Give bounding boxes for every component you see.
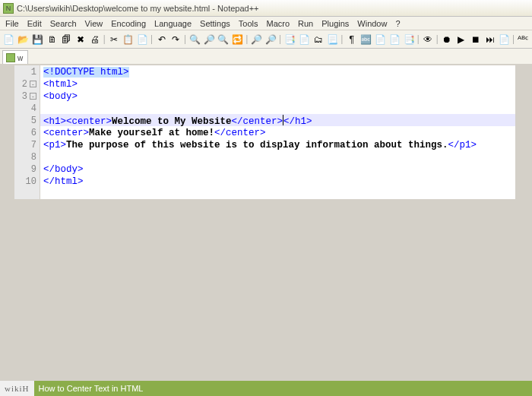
line-number: 5 <box>14 115 36 127</box>
line-number: 3- <box>14 90 36 103</box>
menu-item-run[interactable]: Run <box>294 18 317 29</box>
toolbar-button[interactable]: 📄 <box>2 33 16 46</box>
toolbar-button[interactable]: ↷ <box>169 33 182 46</box>
line-number: 6 <box>14 127 36 139</box>
toolbar-button[interactable]: 🖨 <box>88 33 102 46</box>
code-line[interactable] <box>43 103 512 115</box>
toolbar-separator: │ <box>103 33 106 46</box>
toolbar-button[interactable]: ⏺ <box>440 33 454 46</box>
title-bar: N C:\Users\wikih\Desktop\welcome to my w… <box>0 0 532 17</box>
menu-item-plugins[interactable]: Plugins <box>318 18 353 29</box>
menu-item-macro[interactable]: Macro <box>262 18 293 29</box>
editor-panel: 12-3-45678910 <!DOCTYPE html><html><body… <box>14 65 516 200</box>
menu-item-edit[interactable]: Edit <box>24 18 46 29</box>
code-line[interactable]: </body> <box>43 163 512 176</box>
toolbar-button[interactable]: 🔎 <box>264 33 278 46</box>
toolbar-button[interactable]: ¶ <box>345 33 359 46</box>
code-token: <body> <box>43 91 78 102</box>
toolbar-button[interactable]: 🗂 <box>312 33 325 46</box>
toolbar-button[interactable]: 🔎 <box>250 33 264 46</box>
code-line[interactable]: <body> <box>43 90 512 103</box>
toolbar-button[interactable]: 💾 <box>31 33 45 46</box>
menu-item-settings[interactable]: Settings <box>196 18 234 29</box>
toolbar-button[interactable]: ✂ <box>107 33 121 46</box>
toolbar-button[interactable]: 📄 <box>374 33 388 46</box>
toolbar-separator: │ <box>340 33 344 46</box>
menu-item-language[interactable]: Language <box>150 18 195 29</box>
toolbar-button[interactable]: 📄 <box>136 33 150 46</box>
code-line[interactable] <box>43 151 512 163</box>
toolbar-button[interactable]: 🔁 <box>231 33 245 46</box>
menu-item-view[interactable]: View <box>81 18 107 29</box>
toolbar-button[interactable]: 🔎 <box>202 33 216 46</box>
toolbar: 📄📂💾🗎🗐✖🖨│✂📋📄│↶↷│🔍🔎🔍🔁│🔎🔎│📑📄🗂📃│¶🔤📄📄📑│👁│⏺▶⏹⏭… <box>0 30 532 49</box>
toolbar-button[interactable]: 📄 <box>297 33 311 46</box>
code-area[interactable]: <!DOCTYPE html><html><body><h1><center>W… <box>40 65 515 199</box>
code-token: </html> <box>43 176 84 187</box>
code-token: <h1><center> <box>43 116 112 127</box>
toolbar-button[interactable]: 📂 <box>17 33 30 46</box>
code-line[interactable]: <html> <box>43 78 512 90</box>
menu-bar: FileEditSearchViewEncodingLanguageSettin… <box>0 17 532 30</box>
toolbar-button[interactable]: ▶ <box>454 33 468 46</box>
toolbar-separator: │ <box>150 33 154 46</box>
line-number: 10 <box>14 176 36 188</box>
toolbar-button[interactable]: 📋 <box>122 33 135 46</box>
window-title: C:\Users\wikih\Desktop\welcome to my web… <box>17 4 259 13</box>
menu-item-window[interactable]: Window <box>353 18 391 29</box>
menu-item-search[interactable]: Search <box>46 18 81 29</box>
code-token: </h1> <box>283 116 312 127</box>
code-token: </body> <box>43 164 84 175</box>
fold-icon[interactable]: - <box>30 93 36 100</box>
code-token: Welcome to My Website <box>112 116 232 127</box>
code-token: </p1> <box>448 140 477 150</box>
tab-bar: w <box>0 49 532 64</box>
menu-item-tools[interactable]: Tools <box>235 18 262 29</box>
code-token: <center> <box>43 128 89 138</box>
code-token: The purpose of this website is to displa… <box>66 140 448 150</box>
line-number: 8 <box>14 151 36 163</box>
toolbar-separator: │ <box>416 33 420 46</box>
toolbar-button[interactable]: ⏹ <box>469 33 483 46</box>
highlight-box: 12-3-45678910 <!DOCTYPE html><html><body… <box>14 65 516 200</box>
toolbar-button[interactable]: 🔍 <box>188 33 201 46</box>
file-icon <box>6 53 15 62</box>
toolbar-button[interactable]: 📄 <box>498 33 511 46</box>
code-line[interactable]: </html> <box>43 176 512 188</box>
footer-caption: How to Center Text in HTML <box>34 384 144 393</box>
toolbar-button[interactable]: ✖ <box>74 33 87 46</box>
toolbar-button[interactable]: 📄 <box>388 33 401 46</box>
fold-icon[interactable]: - <box>30 81 36 87</box>
toolbar-button[interactable]: 🗎 <box>46 33 59 46</box>
line-number: 9 <box>14 163 36 176</box>
code-token: </center> <box>214 128 266 138</box>
toolbar-button[interactable]: 👁 <box>421 33 435 46</box>
toolbar-separator: │ <box>183 33 187 46</box>
code-token: <!DOCTYPE html> <box>43 67 129 78</box>
code-token: <html> <box>43 79 78 90</box>
menu-item-file[interactable]: File <box>2 18 23 29</box>
toolbar-button[interactable]: 📃 <box>326 33 340 46</box>
toolbar-button[interactable]: 🗐 <box>59 33 73 46</box>
tab-label: w <box>17 54 23 62</box>
code-line[interactable]: <center>Make yourself at home!</center> <box>43 127 512 139</box>
toolbar-button[interactable]: ⏭ <box>483 33 497 46</box>
toolbar-button[interactable]: ᴬᴮᶜ <box>516 33 530 46</box>
menu-item-[interactable]: ? <box>391 18 404 29</box>
code-line[interactable]: <!DOCTYPE html> <box>43 66 512 78</box>
toolbar-button[interactable]: 📑 <box>283 33 296 46</box>
code-line[interactable]: <p1>The purpose of this website is to di… <box>43 139 512 151</box>
toolbar-button[interactable]: 🔍 <box>217 33 230 46</box>
footer-bar: wikiH How to Center Text in HTML <box>0 381 532 396</box>
toolbar-separator: │ <box>511 33 515 46</box>
app-icon: N <box>3 3 14 14</box>
line-number: 2- <box>14 78 36 90</box>
menu-item-encoding[interactable]: Encoding <box>107 18 150 29</box>
toolbar-separator: │ <box>245 33 249 46</box>
toolbar-button[interactable]: ↶ <box>155 33 169 46</box>
toolbar-button[interactable]: 📑 <box>402 33 416 46</box>
file-tab[interactable]: w <box>2 50 28 64</box>
toolbar-button[interactable]: 🔤 <box>359 33 373 46</box>
toolbar-separator: │ <box>435 33 439 46</box>
code-token: <p1> <box>43 140 66 150</box>
